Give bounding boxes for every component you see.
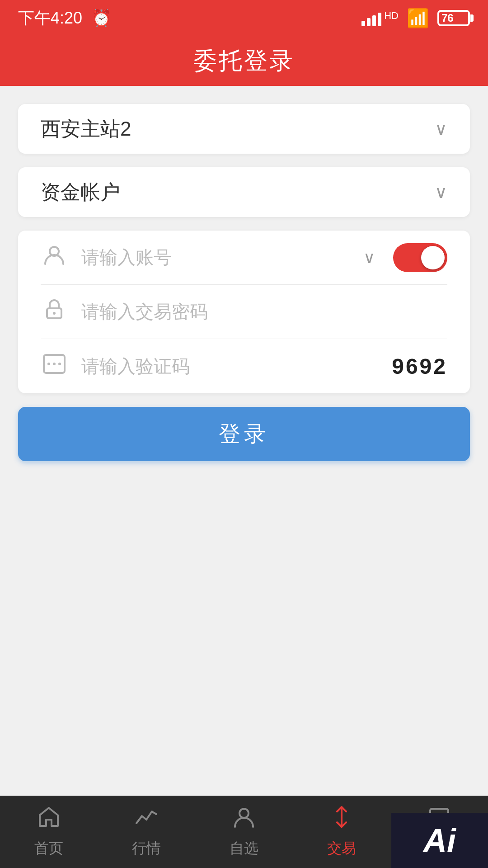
svg-point-4	[47, 363, 50, 365]
account-chevron-icon: ∨	[363, 248, 375, 267]
account-type-value: 资金帐户	[41, 179, 120, 206]
login-button[interactable]: 登录	[18, 407, 470, 461]
captcha-row: 9692	[41, 339, 447, 393]
user-icon	[41, 244, 68, 271]
alarm-icon: ⏰	[91, 9, 112, 28]
page-title: 委托登录	[193, 45, 295, 77]
nav-label-watchlist: 自选	[230, 839, 258, 859]
watchlist-icon	[232, 805, 256, 834]
svg-point-7	[239, 809, 249, 818]
form-card: ∨	[18, 231, 470, 393]
nav-label-trade: 交易	[327, 839, 356, 859]
status-time: 下午4:20	[18, 7, 82, 29]
account-row: ∨	[41, 231, 447, 285]
svg-point-6	[58, 363, 61, 365]
account-input[interactable]	[81, 247, 350, 268]
account-type-select[interactable]: 资金帐户 ∨	[18, 167, 470, 217]
server-select-value: 西安主站2	[41, 116, 131, 142]
svg-point-2	[53, 312, 56, 315]
captcha-icon	[41, 354, 68, 379]
server-select[interactable]: 西安主站2 ∨	[18, 104, 470, 154]
signal-icon: HD	[361, 10, 399, 26]
toggle[interactable]	[393, 243, 447, 272]
captcha-code[interactable]: 9692	[392, 354, 447, 379]
svg-point-5	[53, 363, 56, 365]
nav-label-market: 行情	[132, 839, 161, 859]
market-icon	[135, 805, 158, 834]
ai-badge: Ai	[391, 813, 488, 868]
status-bar: 下午4:20 ⏰ HD 📶 76	[0, 0, 488, 36]
battery-icon: 76	[437, 10, 470, 26]
nav-item-watchlist[interactable]: 自选	[199, 805, 289, 859]
header: 委托登录	[0, 36, 488, 86]
nav-label-home: 首页	[34, 839, 63, 859]
trade-icon	[330, 805, 353, 834]
ai-badge-text: Ai	[423, 822, 456, 859]
toggle-track	[393, 243, 447, 272]
server-chevron-icon: ∨	[435, 119, 447, 139]
account-type-chevron-icon: ∨	[435, 182, 447, 202]
wifi-icon: 📶	[407, 8, 429, 29]
nav-item-home[interactable]: 首页	[4, 805, 94, 859]
captcha-input[interactable]	[81, 356, 378, 377]
lock-icon	[41, 298, 68, 325]
password-row	[41, 285, 447, 339]
status-left: 下午4:20 ⏰	[18, 7, 112, 29]
hd-label: HD	[384, 10, 399, 22]
status-right: HD 📶 76	[361, 8, 470, 29]
nav-item-market[interactable]: 行情	[101, 805, 192, 859]
main-content: 西安主站2 ∨ 资金帐户 ∨ ∨	[0, 86, 488, 461]
toggle-switch[interactable]	[393, 243, 447, 272]
password-input[interactable]	[81, 302, 447, 322]
toggle-thumb	[421, 246, 445, 269]
nav-item-trade[interactable]: 交易	[296, 805, 387, 859]
home-icon	[37, 805, 61, 834]
battery-level: 76	[441, 12, 454, 24]
